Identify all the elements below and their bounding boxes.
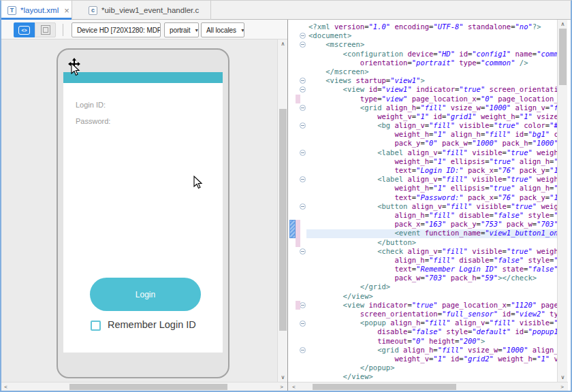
fold-minus-icon[interactable] (300, 33, 306, 39)
code-line: <?xml version="1.0" encoding="UTF-8" sta… (308, 22, 558, 31)
code-line: </view> (308, 292, 558, 301)
login-button-label: Login (136, 290, 155, 299)
xml-source-editor[interactable]: <?xml version="1.0" encoding="UTF-8" sta… (287, 20, 571, 391)
chevron-down-icon: ▼ (240, 28, 244, 33)
scroll-down-icon[interactable]: ∨ (279, 373, 287, 382)
device-select-value: Device HD [720X1280: MDPI] (77, 27, 161, 34)
design-view-toggle-button[interactable] (35, 22, 56, 37)
fold-minus-icon[interactable] (300, 122, 306, 129)
scroll-up-icon[interactable]: ∧ (558, 20, 567, 29)
orientation-select[interactable]: portrait ▼ (164, 22, 199, 37)
code-line: </button> (308, 238, 558, 247)
code-line: weight_h="1" ellipsis="true" align_h=" (308, 184, 558, 193)
code-line: <grid align_h="fill" vsize_w="1000" alig… (308, 103, 558, 112)
arrow-cursor-icon (193, 176, 203, 189)
code-line: weight_h="1" align_h="fill" id="bg1" c (308, 130, 558, 139)
locales-select-value: All locales (206, 27, 236, 34)
fold-minus-icon[interactable] (300, 86, 306, 93)
fold-minus-icon[interactable] (300, 203, 306, 210)
code-line: <mscreen> (308, 40, 558, 49)
fold-minus-icon[interactable] (300, 150, 306, 156)
password-label-widget[interactable]: Password: (76, 117, 110, 125)
fold-minus-icon[interactable] (300, 105, 306, 111)
design-view-icon (41, 25, 50, 35)
editor-vertical-scrollbar[interactable]: ∧ ∨ (557, 20, 567, 382)
ide-window: T *layout.xml × c *uib_view1_event_handl… (0, 0, 572, 392)
tab-event-handler-c[interactable]: c *uib_view1_event_handler.c (75, 1, 211, 20)
scroll-up-icon[interactable]: ∧ (279, 39, 287, 48)
code-line: <label align_v="fill" visible="true" wei… (308, 148, 558, 157)
code-line: <popup align_h="fill" align_v="fill" vis… (308, 318, 558, 327)
source-view-toggle-button[interactable]: <> (14, 22, 35, 37)
fold-minus-icon[interactable] (300, 302, 306, 308)
code-line: align_h="fill" disable="false" style=" (308, 211, 558, 220)
scroll-right-icon[interactable]: > (558, 382, 567, 391)
code-line: <bg align_v="fill" visible="true" color=… (308, 121, 558, 130)
pink-marker (296, 301, 300, 310)
chevron-down-icon: ▼ (194, 28, 199, 33)
remember-checkbox-widget[interactable] (91, 321, 101, 331)
scroll-left-icon[interactable]: < (289, 382, 298, 391)
code-line: <views startup="view1"> (308, 76, 558, 85)
code-line: <button align_v="fill" visible="true" we… (308, 202, 558, 211)
code-line: pack_y="0" pack_w="1000" pack_h="1000" (308, 139, 558, 148)
code-line: <check align_v="fill" visible="true" wei… (308, 247, 558, 256)
scrollbar-thumb[interactable] (559, 29, 567, 85)
scrollbar-thumb[interactable] (313, 384, 456, 390)
code-line: <grid align_h="fill" vsize_w="1000" alig… (308, 346, 558, 355)
code-line: </view> (308, 372, 558, 381)
code-line: <event function_name="view1_button1_on (308, 229, 558, 238)
code-line: pack_x="163" pack_y="753" pack_w="703" (308, 220, 558, 229)
code-line: </grid> (308, 282, 558, 291)
code-line: <document> (308, 31, 558, 40)
tab-event-handler-label: *uib_view1_event_handler.c (101, 6, 199, 14)
editor-horizontal-scrollbar[interactable]: < > (288, 382, 568, 391)
code-line: </popup> (308, 363, 558, 372)
code-line: text="Remember Login ID" state="false" (308, 265, 558, 274)
code-line: <label align_v="fill" visible="true" wei… (308, 175, 558, 184)
code-line: type="view" page_location_x="0" page_loc… (308, 95, 558, 103)
pink-marker (296, 95, 300, 103)
tab-layout-xml[interactable]: T *layout.xml × (1, 1, 72, 20)
fold-minus-icon[interactable] (300, 78, 306, 84)
canvas-horizontal-scrollbar[interactable]: < > (1, 382, 287, 391)
arrow-cursor-icon (71, 63, 80, 76)
code-line: timeout="0" height="200"> (308, 337, 558, 346)
device-select[interactable]: Device HD [720X1280: MDPI] ▼ (72, 22, 161, 37)
scroll-down-icon[interactable]: ∨ (558, 373, 567, 382)
fold-minus-icon[interactable] (300, 176, 306, 182)
device-screen[interactable]: Login ID: Password: Login Remember Login… (63, 72, 223, 353)
fold-minus-icon[interactable] (300, 347, 306, 353)
code-line: disable="false" style="default" id="popu… (308, 327, 558, 336)
scrollbar-thumb[interactable] (69, 384, 227, 390)
login-id-label-widget[interactable]: Login ID: (76, 101, 106, 109)
code-line: align_h="fill" disable="false" style=" (308, 256, 558, 265)
code-line: screen_orientation="full_sensor" id="vie… (308, 310, 558, 318)
login-button-widget[interactable]: Login (90, 278, 201, 311)
fold-minus-icon[interactable] (300, 248, 306, 255)
code-line: </mscreen> (308, 67, 558, 76)
xml-file-icon: T (7, 6, 16, 15)
design-canvas[interactable]: Login ID: Password: Login Remember Login… (1, 39, 277, 382)
remember-checkbox-label[interactable]: Remember Login ID (108, 319, 196, 330)
code-line: weight_v="1" id="grid1" weight_h="1" vsi… (308, 112, 558, 121)
code-line: <view indicator="true" page_location_x="… (308, 301, 558, 310)
code-line: text="Login ID:" pack_x="76" pack_y="1 (308, 166, 558, 175)
orientation-select-value: portrait (170, 27, 190, 34)
canvas-vertical-scrollbar[interactable]: ∧ ∨ (277, 39, 287, 382)
code-line: weight_h="1" ellipsis="true" align_h=" (308, 157, 558, 166)
c-file-icon: c (89, 6, 97, 15)
code-text-area[interactable]: <?xml version="1.0" encoding="UTF-8" sta… (308, 22, 558, 383)
scroll-left-icon[interactable]: < (1, 382, 10, 391)
scrollbar-thumb[interactable] (279, 109, 287, 331)
locales-select[interactable]: All locales ▼ (201, 22, 244, 37)
code-line: <view id="view1" indicator="true" screen… (308, 85, 558, 94)
fold-minus-icon[interactable] (300, 321, 306, 327)
close-icon[interactable]: × (64, 6, 69, 15)
scroll-right-icon[interactable]: > (277, 382, 286, 391)
toolbar-separator (63, 24, 63, 36)
fold-minus-icon[interactable] (300, 42, 306, 48)
statusbar-widget[interactable] (63, 72, 223, 83)
designer-toolbar: <> Device HD [720X1280: MDPI] ▼ portrait… (1, 20, 287, 39)
device-frame: Login ID: Password: Login Remember Login… (57, 48, 229, 378)
